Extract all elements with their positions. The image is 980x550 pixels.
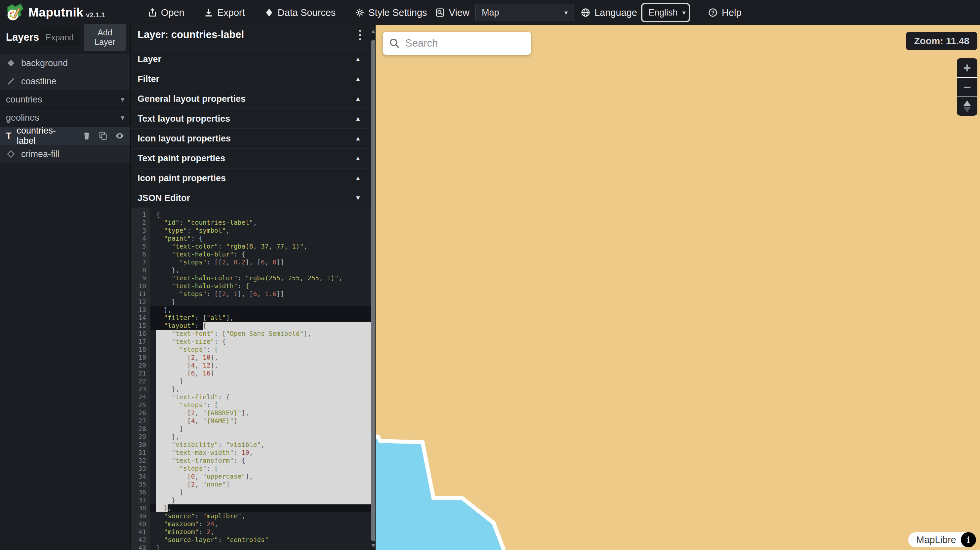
view-select[interactable]: Map ▾ — [476, 4, 574, 21]
section-label: Icon layout properties — [138, 134, 231, 144]
attribution-link[interactable]: MapLibre — [916, 534, 956, 545]
line-number: 21 — [131, 370, 150, 377]
compass-icon — [964, 100, 971, 112]
search-input[interactable] — [406, 37, 525, 49]
add-layer-button[interactable]: Add Layer — [84, 24, 126, 51]
layer-row-crimea-fill[interactable]: crimea-fill — [0, 145, 130, 163]
maputnik-logo-icon — [5, 3, 24, 22]
layer-label: background — [21, 58, 68, 68]
section-icon-layout-properties[interactable]: Icon layout properties ▲ — [131, 129, 375, 149]
map-attribution: MapLibre i — [908, 532, 976, 547]
section-text-layout-properties[interactable]: Text layout properties ▲ — [131, 109, 375, 129]
section-list: Layer ▲ Filter ▲ General layout properti… — [131, 49, 375, 208]
line-number: 42 — [131, 536, 150, 544]
line-number: 12 — [131, 298, 150, 306]
collapse-arrow-icon: ▲ — [355, 175, 361, 182]
delete-layer-icon[interactable] — [82, 131, 91, 140]
scroll-down-icon[interactable] — [371, 544, 375, 547]
line-number: 39 — [131, 512, 150, 520]
reset-bearing-button[interactable] — [957, 97, 977, 116]
chevron-down-icon: ▾ — [565, 9, 568, 16]
code-line: 34 [0, "uppercase"], — [131, 473, 372, 481]
layer-group-geolines[interactable]: geolines ▾ — [0, 109, 130, 127]
help-button[interactable]: ? Help — [708, 7, 741, 18]
line-number: 9 — [131, 274, 150, 282]
section-general-layout-properties[interactable]: General layout properties ▲ — [131, 89, 375, 109]
collapse-arrow-icon: ▲ — [355, 155, 361, 162]
code-line: 14 "filter": ["all"], — [131, 314, 372, 322]
code-line: 37 } — [131, 496, 372, 504]
panel-scrollbar[interactable] — [371, 25, 375, 550]
layer-label: countries-label — [17, 126, 72, 146]
open-button[interactable]: Open — [148, 7, 185, 18]
collapse-arrow-icon: ▲ — [355, 135, 361, 142]
section-label: Icon paint properties — [138, 173, 226, 183]
line-number: 10 — [131, 282, 150, 290]
layer-row-countries-label[interactable]: T countries-label — [0, 127, 130, 145]
layers-sidebar: Layers Expand Add Layer background coast… — [0, 25, 130, 550]
line-number: 38 — [131, 504, 150, 512]
map-search-box — [383, 32, 531, 55]
layer-row-background[interactable]: background — [0, 54, 130, 72]
scroll-up-icon[interactable] — [371, 30, 375, 33]
svg-text:?: ? — [711, 10, 714, 16]
json-code-editor[interactable]: 1 { 2 "id": "countries-label", 3 "type":… — [131, 208, 372, 550]
code-line: 36 ] — [131, 488, 372, 496]
language-select[interactable]: English ▾ — [641, 3, 690, 22]
line-number: 13 — [131, 306, 150, 314]
collapse-arrow-icon: ▲ — [355, 115, 361, 122]
line-number: 7 — [131, 259, 150, 266]
section-icon-paint-properties[interactable]: Icon paint properties ▲ — [131, 168, 375, 188]
expand-button[interactable]: Expand — [39, 29, 80, 46]
layer-options-menu-icon[interactable] — [359, 30, 361, 40]
zoom-in-button[interactable]: + — [957, 58, 977, 77]
section-json-editor[interactable]: JSON Editor ▼ — [131, 188, 375, 208]
code-line: 26 [2, "{ABBREV}"], — [131, 409, 372, 417]
code-line: 17 "text-size": { — [131, 338, 372, 346]
collapse-arrow-icon: ▲ — [355, 56, 361, 63]
line-number: 27 — [131, 417, 150, 425]
app-version: v2.1.1 — [86, 11, 105, 19]
language-label: Language — [595, 7, 637, 18]
line-number: 5 — [131, 243, 150, 251]
export-button[interactable]: Export — [204, 7, 245, 18]
duplicate-layer-icon[interactable] — [99, 131, 108, 140]
style-settings-button[interactable]: Style Settings — [355, 7, 427, 18]
line-number: 43 — [131, 544, 150, 550]
style-settings-icon — [355, 8, 365, 17]
line-number: 28 — [131, 425, 150, 433]
code-line: 29 }, — [131, 433, 372, 441]
data-sources-icon — [264, 8, 274, 17]
layer-editor-panel: Layer: countries-label Layer ▲ Filter ▲ … — [130, 25, 375, 550]
fill-outline-icon — [6, 149, 16, 159]
zoom-out-button[interactable]: − — [957, 77, 977, 97]
data-sources-button[interactable]: Data Sources — [264, 7, 336, 18]
collapse-arrow-icon: ▲ — [355, 95, 361, 102]
code-line: 5 "text-color": "rgba(8, 37, 77, 1)", — [131, 243, 372, 251]
visibility-layer-icon[interactable] — [115, 131, 124, 140]
export-icon — [204, 8, 213, 17]
map-canvas[interactable]: Zoom: 11.48 + − MapLibre i — [375, 25, 980, 550]
line-number: 32 — [131, 457, 150, 465]
layer-group-countries[interactable]: countries ▾ — [0, 91, 130, 109]
layer-list: background coastline countries ▾ geoline… — [0, 54, 130, 163]
section-label: Layer — [138, 54, 161, 64]
section-filter[interactable]: Filter ▲ — [131, 69, 375, 89]
line-number: 40 — [131, 520, 150, 528]
code-line: 12 } — [131, 298, 372, 306]
line-number: 18 — [131, 346, 150, 354]
scrollbar-thumb[interactable] — [371, 40, 375, 541]
line-number: 3 — [131, 227, 150, 235]
code-line: 39 "source": "maplibre", — [131, 512, 372, 520]
section-layer[interactable]: Layer ▲ — [131, 49, 375, 69]
code-line: 40 "maxzoom": 24, — [131, 520, 372, 528]
info-icon[interactable]: i — [961, 532, 976, 547]
view-label: View — [449, 7, 469, 18]
line-number: 11 — [131, 290, 150, 298]
section-text-paint-properties[interactable]: Text paint properties ▲ — [131, 149, 375, 168]
code-line: 30 "visibility": "visible", — [131, 441, 372, 449]
line-number: 8 — [131, 266, 150, 274]
line-number: 19 — [131, 354, 150, 362]
layer-row-coastline[interactable]: coastline — [0, 72, 130, 91]
layers-title: Layers — [6, 32, 39, 43]
